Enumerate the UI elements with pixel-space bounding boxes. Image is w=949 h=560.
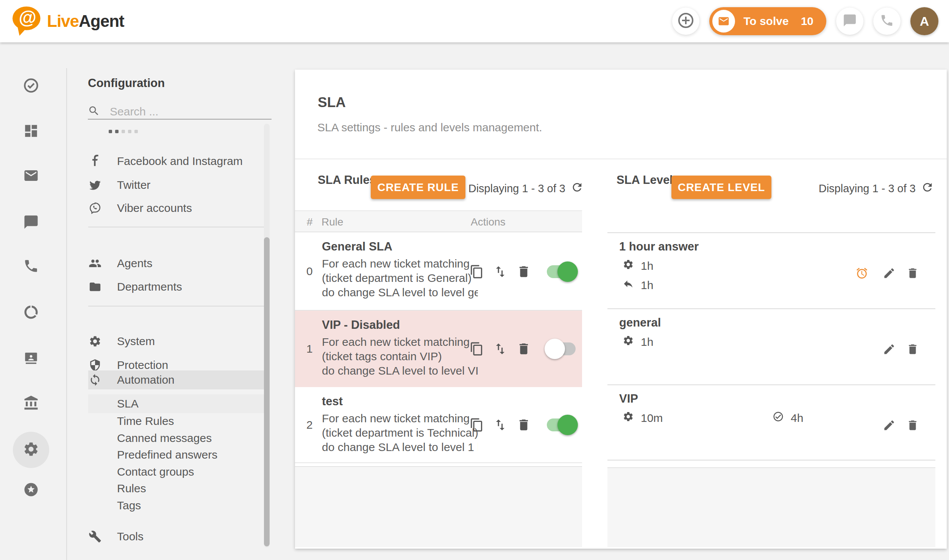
delete-icon[interactable] [517,342,531,356]
refresh-icon[interactable] [921,181,934,196]
edit-icon[interactable] [883,267,896,280]
sidebar-item-label: Tools [117,530,144,543]
user-avatar[interactable]: A [910,7,938,35]
delete-icon[interactable] [906,267,919,280]
level-card-general: general 1h [607,308,935,384]
sidebar-item-time-rules[interactable]: Time Rules [88,412,264,431]
alarm-icon[interactable] [855,267,868,280]
sidebar-item-viber[interactable]: Viber accounts [88,199,264,218]
chats-button[interactable] [836,8,863,35]
refresh-icon[interactable] [571,181,584,196]
sidebar-item-departments[interactable]: Departments [88,277,264,296]
rule-condition-line: (ticket department is General) [322,272,478,285]
sidebar-item-rules[interactable]: Rules [88,479,264,498]
sidebar-item-canned-messages[interactable]: Canned messages [88,429,264,448]
sidebar-item-system[interactable]: System [88,332,264,351]
sidebar-item-label: Agents [117,257,152,270]
delete-icon[interactable] [517,264,531,279]
rule-condition-line: do change SLA level to level VIP [322,364,478,377]
rule-number: 1 [306,311,313,387]
add-new-button[interactable] [672,8,699,35]
rail-mail-item[interactable] [17,162,45,191]
bank-icon [23,395,39,412]
sidebar-item-label: SLA [117,397,139,410]
rail-call-item[interactable] [17,252,45,281]
create-level-button[interactable]: CREATE LEVEL [671,176,771,199]
rail-configuration-item[interactable] [13,432,49,468]
sidebar-item-agents[interactable]: Agents [88,254,264,273]
rail-chat-item[interactable] [17,208,45,237]
delete-icon[interactable] [517,418,531,432]
liveagent-logo[interactable]: @ LiveAgent [8,3,124,39]
search-icon [88,105,100,118]
rule-condition-line: For each new ticket matching [322,257,478,270]
rule-condition-line: do change SLA level to level 1 ho [322,441,478,454]
create-rule-button[interactable]: CREATE RULE [371,176,465,199]
copy-icon[interactable] [470,264,484,279]
reorder-icon[interactable] [493,418,507,432]
copy-icon[interactable] [470,418,484,432]
level-actions [607,419,935,432]
levels-toolbar: SLA Levels CREATE LEVEL Displaying 1 - 3… [607,163,935,197]
search-input[interactable] [110,105,254,118]
svg-text:@: @ [19,8,37,28]
sidebar-search[interactable] [88,102,272,121]
to-solve-button[interactable]: To solve 10 [709,7,826,35]
reorder-icon[interactable] [493,264,507,279]
sidebar-item-facebook[interactable]: Facebook and Instagram [88,152,264,171]
sidebar-item-label: Tags [117,499,141,512]
sidebar-scrollbar-track[interactable] [264,124,270,548]
clipped-list-item [109,130,138,133]
delete-icon[interactable] [906,419,919,432]
rule-actions [470,387,576,462]
sidebar-scrollbar-thumb[interactable] [264,237,270,546]
sidebar-item-tools[interactable]: Tools [88,527,264,546]
sidebar-item-label: Protection [117,359,168,372]
wrench-icon [88,530,102,543]
rail-dashboard-item[interactable] [17,117,45,146]
plus-circle-icon [677,11,695,31]
level-title: VIP [619,392,638,406]
levels-paging: Displaying 1 - 3 of 3 [819,181,934,196]
reorder-icon[interactable] [493,342,507,356]
rule-enabled-toggle[interactable] [547,418,576,432]
rule-condition-line: (ticket department is Technical) [322,426,478,439]
rule-enabled-toggle[interactable] [547,342,576,356]
page-subtitle: SLA settings - rules and levels manageme… [317,121,542,134]
rule-row-general-sla: 0 General SLA For each new ticket matchi… [295,232,582,311]
sidebar-item-twitter[interactable]: Twitter [88,176,264,194]
rule-title: VIP - Disabled [322,318,400,332]
rail-starred-item[interactable] [17,476,45,505]
brand-text: LiveAgent [47,12,124,31]
rule-enabled-toggle[interactable] [547,264,576,279]
rail-customers-item[interactable] [17,344,45,373]
sidebar-item-automation[interactable]: Automation [88,370,264,389]
rule-condition-line: do change SLA level to level gen [322,286,478,299]
rule-condition-line: For each new ticket matching [322,336,478,348]
delete-icon[interactable] [906,343,919,356]
rule-actions [470,232,576,310]
sidebar-item-contact-groups[interactable]: Contact groups [88,462,264,481]
rail-tickets-item[interactable] [17,72,45,101]
rail-billing-item[interactable] [17,389,45,418]
copy-icon[interactable] [470,342,484,356]
edit-icon[interactable] [883,343,896,356]
chat-bubble-icon [23,214,39,232]
calls-button[interactable] [873,8,901,35]
sidebar-item-tags[interactable]: Tags [88,496,264,515]
sidebar-item-predefined-answers[interactable]: Predefined answers [88,445,264,464]
sidebar-item-label: Twitter [117,179,150,191]
configuration-sidebar: Configuration Facebook and Instagram Twi… [67,42,294,560]
viber-icon [88,201,102,215]
level-card-vip: VIP 10m 4h [607,384,935,460]
search-underline [88,119,272,120]
icon-rail [0,42,66,560]
top-bar: @ LiveAgent To solve 10 [0,0,949,42]
rail-reports-item[interactable] [17,299,45,327]
level-next-answer-value: 1h [641,279,653,292]
sidebar-item-label: Facebook and Instagram [117,155,243,168]
sidebar-item-label: Departments [117,280,182,293]
sidebar-item-sla[interactable]: SLA [88,394,264,413]
sla-settings-card: SLA SLA settings - rules and levels mana… [295,70,947,549]
edit-icon[interactable] [883,419,896,432]
